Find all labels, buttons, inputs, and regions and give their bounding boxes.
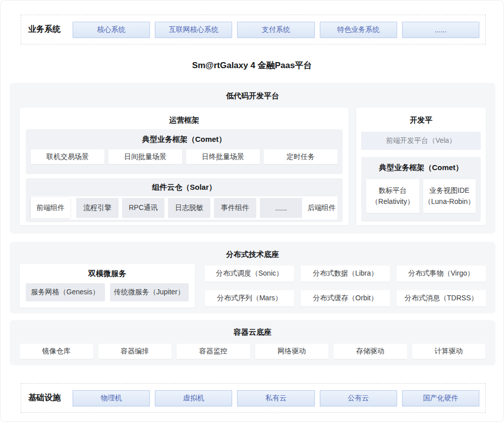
- tile-scheduled-task: 定时任务: [264, 149, 338, 164]
- tile-relativity-platform: 数标平台 （Relativity）: [366, 179, 419, 213]
- container-tiles-row: 镜像仓库 容器编排 容器监控 网络驱动 存储驱动 计算驱动: [20, 344, 485, 359]
- distributed-section-title: 分布式技术底座: [10, 242, 495, 259]
- solar-warehouse-subpanel: 组件云仓（Solar） 前端组件 流程引擎 RPC通讯 日志脱敏 事件组件 ..…: [26, 178, 343, 222]
- operation-framework-panel: 运营框架 典型业务框架（Comet） 联机交易场景 日间批量场景 日终批量场景 …: [20, 108, 349, 225]
- tile-tdrss-message: 分布式消息（TDRSS）: [397, 290, 486, 306]
- tile-endofday-batch: 日终批量场景: [186, 149, 260, 164]
- dev-comet-title: 典型业务框架（Comet）: [361, 157, 481, 173]
- business-system-special: 特色业务系统: [320, 22, 397, 38]
- tile-container-monitoring: 容器监控: [177, 344, 250, 359]
- business-system-payment: 支付系统: [237, 22, 314, 38]
- tile-luna-robin-line1: 业务视图IDE: [429, 185, 469, 196]
- lowcode-section: 低代码开发平台 运营框架 典型业务框架（Comet） 联机交易场景 日间批量场景…: [10, 83, 495, 234]
- tile-daytime-batch: 日间批量场景: [108, 149, 182, 164]
- tile-vela-frontend-platform: 前端开发平台（Vela）: [361, 132, 481, 150]
- tile-solar-more: ......: [260, 198, 302, 218]
- solar-warehouse-title: 组件云仓（Solar）: [26, 178, 343, 192]
- infrastructure-row: 基础设施 物理机 虚拟机 私有云 公有云 国产化硬件: [21, 383, 486, 413]
- tile-luna-robin-ide: 业务视图IDE （Luna-Robin）: [423, 179, 476, 213]
- distributed-section: 分布式技术底座 双模微服务 服务网格（Genesis） 传统微服务（Jupite…: [10, 242, 495, 313]
- dev-platform-title: 开发平: [356, 108, 486, 125]
- architecture-diagram: 业务系统 核心系统 互联网核心系统 支付系统 特色业务系统 ...... Sm@…: [0, 0, 504, 422]
- dev-comet-subpanel: 典型业务框架（Comet） 数标平台 （Relativity） 业务视图IDE …: [361, 157, 481, 222]
- dual-microservice-panel: 双模微服务 服务网格（Genesis） 传统微服务（Jupiter）: [20, 264, 195, 307]
- tile-relativity-line1: 数标平台: [378, 185, 407, 196]
- tile-jupiter-microservice: 传统微服务（Jupiter）: [110, 283, 189, 301]
- tile-orbit-cache: 分布式缓存（Orbit）: [301, 290, 390, 306]
- tile-process-engine: 流程引擎: [76, 198, 119, 218]
- comet-framework-subpanel: 典型业务框架（Comet） 联机交易场景 日间批量场景 日终批量场景 定时任务: [26, 129, 343, 174]
- tile-sonic-scheduler: 分布式调度（Sonic）: [205, 266, 294, 282]
- comet-scenarios-row: 联机交易场景 日间批量场景 日终批量场景 定时任务: [31, 149, 338, 164]
- tile-luna-robin-line2: （Luna-Robin）: [424, 196, 475, 207]
- tile-genesis-mesh: 服务网格（Genesis）: [26, 283, 105, 301]
- infra-physical-machine: 物理机: [73, 390, 150, 406]
- distributed-tiles-grid: 分布式调度（Sonic） 分布式数据（Libra） 分布式事物（Virgo） 分…: [205, 266, 486, 306]
- tile-mars-sequence: 分布式序列（Mars）: [205, 290, 294, 306]
- tile-online-trading: 联机交易场景: [31, 149, 104, 164]
- container-section-title: 容器云底座: [10, 320, 495, 337]
- tile-virgo-transaction: 分布式事物（Virgo）: [397, 266, 486, 282]
- platform-title: Sm@rtGalaxy 4 金融Paas平台: [1, 60, 503, 71]
- business-systems-items: 核心系统 互联网核心系统 支付系统 特色业务系统 ......: [73, 22, 479, 38]
- tile-image-registry: 镜像仓库: [20, 344, 93, 359]
- business-system-core: 核心系统: [73, 22, 150, 38]
- dual-microservice-title: 双模微服务: [20, 264, 195, 279]
- tile-network-driver: 网络驱动: [255, 344, 329, 359]
- business-systems-row: 业务系统 核心系统 互联网核心系统 支付系统 特色业务系统 ......: [21, 15, 486, 44]
- infra-domestic-hardware: 国产化硬件: [402, 390, 479, 406]
- infra-public-cloud: 公有云: [320, 390, 397, 406]
- tile-rpc-comm: RPC通讯: [122, 198, 164, 218]
- tile-relativity-line2: （Relativity）: [371, 196, 414, 207]
- dual-microservice-row: 服务网格（Genesis） 传统微服务（Jupiter）: [26, 283, 189, 301]
- dev-platform-panel: 开发平 前端开发平台（Vela） 典型业务框架（Comet） 数标平台 （Rel…: [356, 108, 486, 225]
- tile-compute-driver: 计算驱动: [412, 344, 486, 359]
- tile-frontend-component: 前端组件: [31, 198, 70, 218]
- comet-framework-title: 典型业务框架（Comet）: [26, 129, 343, 144]
- tile-container-orchestration: 容器编排: [98, 344, 172, 359]
- business-systems-label: 业务系统: [28, 24, 73, 35]
- solar-components-row: 前端组件 流程引擎 RPC通讯 日志脱敏 事件组件 ...... 后端组件: [31, 196, 338, 220]
- tile-libra-data: 分布式数据（Libra）: [301, 266, 390, 282]
- dev-comet-tiles-row: 数标平台 （Relativity） 业务视图IDE （Luna-Robin）: [366, 179, 476, 213]
- infra-virtual-machine: 虚拟机: [155, 390, 232, 406]
- business-system-more: ......: [402, 22, 479, 38]
- tile-log-masking: 日志脱敏: [168, 198, 210, 218]
- infra-private-cloud: 私有云: [237, 390, 314, 406]
- operation-framework-title: 运营框架: [20, 108, 349, 125]
- tile-storage-driver: 存储驱动: [333, 344, 407, 359]
- infrastructure-label: 基础设施: [28, 393, 73, 403]
- tile-event-component: 事件组件: [214, 198, 256, 218]
- container-section: 容器云底座 镜像仓库 容器编排 容器监控 网络驱动 存储驱动 计算驱动: [10, 320, 495, 365]
- infrastructure-items: 物理机 虚拟机 私有云 公有云 国产化硬件: [73, 390, 479, 406]
- business-system-internet-core: 互联网核心系统: [155, 22, 232, 38]
- tile-backend-component: 后端组件: [306, 203, 338, 213]
- lowcode-section-title: 低代码开发平台: [10, 83, 495, 101]
